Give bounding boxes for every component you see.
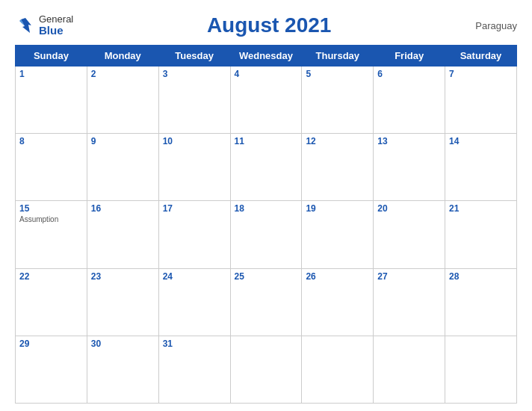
calendar-day: 19 <box>302 201 374 268</box>
day-number: 10 <box>163 136 226 146</box>
calendar-day: 3 <box>158 67 230 134</box>
day-number: 18 <box>235 203 298 214</box>
day-number: 4 <box>235 69 298 79</box>
day-number: 14 <box>449 136 513 146</box>
day-number: 31 <box>163 339 226 349</box>
day-number: 21 <box>449 203 513 214</box>
day-number: 22 <box>19 271 83 282</box>
calendar-day: 24 <box>158 268 230 336</box>
day-number: 8 <box>19 136 83 146</box>
calendar-day <box>302 336 374 403</box>
holiday-label: Assumption <box>19 215 83 223</box>
calendar-header-row: Sunday Monday Tuesday Wednesday Thursday… <box>16 46 517 67</box>
calendar-day: 5 <box>302 67 374 134</box>
calendar-day: 31 <box>158 336 230 403</box>
day-number: 2 <box>91 69 155 79</box>
calendar-day: 15Assumption <box>16 201 87 268</box>
day-number: 28 <box>449 271 513 282</box>
calendar-day: 12 <box>302 134 374 201</box>
day-number: 1 <box>19 69 83 79</box>
calendar-day: 14 <box>445 134 517 201</box>
calendar-day: 13 <box>374 134 445 201</box>
logo-bird-icon <box>15 15 36 36</box>
calendar-header: General Blue August 2021 Paraguay <box>15 7 517 40</box>
day-number: 17 <box>163 203 226 214</box>
day-number: 5 <box>306 69 369 79</box>
calendar-day: 2 <box>87 67 158 134</box>
calendar-day: 28 <box>445 268 517 336</box>
day-number: 3 <box>163 69 226 79</box>
day-number: 29 <box>19 339 83 349</box>
calendar-day: 16 <box>87 201 158 268</box>
logo-blue: Blue <box>39 25 73 37</box>
weekday-sunday: Sunday <box>16 46 87 67</box>
calendar-day <box>374 336 445 403</box>
day-number: 15 <box>19 203 83 214</box>
calendar-week-2: 891011121314 <box>16 134 517 201</box>
calendar-day <box>230 336 302 403</box>
calendar-day: 4 <box>230 67 302 134</box>
logo-text: General Blue <box>39 14 73 37</box>
calendar-body: 123456789101112131415Assumption161718192… <box>16 67 517 404</box>
day-number: 27 <box>377 271 441 282</box>
calendar-day: 29 <box>16 336 87 403</box>
day-number: 20 <box>377 203 441 214</box>
svg-marker-0 <box>21 18 31 33</box>
calendar-day: 21 <box>445 201 517 268</box>
day-number: 11 <box>235 136 298 146</box>
calendar-day: 17 <box>158 201 230 268</box>
calendar-week-4: 22232425262728 <box>16 268 517 336</box>
weekday-saturday: Saturday <box>445 46 517 67</box>
weekday-monday: Monday <box>87 46 158 67</box>
calendar-week-5: 293031 <box>16 336 517 403</box>
day-number: 23 <box>91 271 155 282</box>
day-number: 24 <box>163 271 226 282</box>
calendar-day <box>445 336 517 403</box>
day-number: 13 <box>377 136 441 146</box>
weekday-wednesday: Wednesday <box>230 46 302 67</box>
logo: General Blue <box>15 14 73 37</box>
logo-general: General <box>39 14 73 25</box>
day-number: 16 <box>91 203 155 214</box>
day-number: 7 <box>449 69 513 79</box>
day-number: 9 <box>91 136 155 146</box>
calendar-day: 7 <box>445 67 517 134</box>
calendar-day: 9 <box>87 134 158 201</box>
calendar-day: 26 <box>302 268 374 336</box>
calendar-day: 10 <box>158 134 230 201</box>
day-number: 6 <box>377 69 441 79</box>
day-number: 25 <box>235 271 298 282</box>
calendar-day: 1 <box>16 67 87 134</box>
calendar-day: 18 <box>230 201 302 268</box>
weekday-friday: Friday <box>374 46 445 67</box>
weekday-tuesday: Tuesday <box>158 46 230 67</box>
calendar-day: 11 <box>230 134 302 201</box>
month-title: August 2021 <box>73 13 465 37</box>
weekday-thursday: Thursday <box>302 46 374 67</box>
calendar-day: 27 <box>374 268 445 336</box>
calendar-day: 30 <box>87 336 158 403</box>
calendar-day: 23 <box>87 268 158 336</box>
calendar-day: 20 <box>374 201 445 268</box>
calendar-day: 8 <box>16 134 87 201</box>
country-label: Paraguay <box>465 20 517 31</box>
day-number: 26 <box>306 271 369 282</box>
day-number: 19 <box>306 203 369 214</box>
calendar-week-3: 15Assumption161718192021 <box>16 201 517 268</box>
calendar-week-1: 1234567 <box>16 67 517 134</box>
day-number: 30 <box>91 339 155 349</box>
calendar-day: 25 <box>230 268 302 336</box>
calendar-day: 6 <box>374 67 445 134</box>
day-number: 12 <box>306 136 369 146</box>
calendar-day: 22 <box>16 268 87 336</box>
calendar-table: Sunday Monday Tuesday Wednesday Thursday… <box>15 45 517 404</box>
